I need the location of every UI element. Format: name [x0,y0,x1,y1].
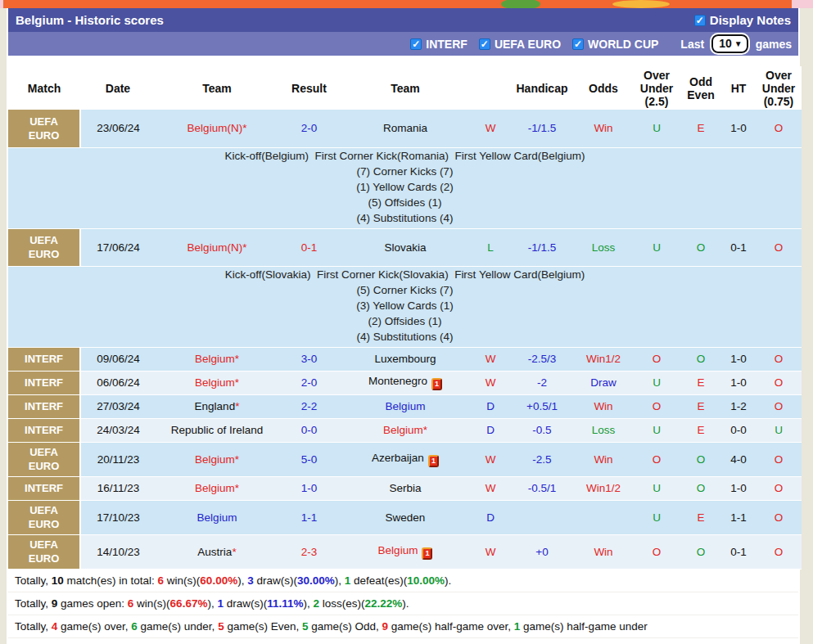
asterisk-marker: * [235,482,239,494]
outcome-letter-cell: D [471,500,510,534]
away-team-cell: Sweden [340,500,471,534]
odd-even-cell: E [680,418,721,442]
competition-badge-cell: UEFA EURO [8,500,80,534]
home-team-cell: Austria* [156,534,278,569]
result-cell: 0-1 [278,228,340,266]
match-row[interactable]: INTERF09/06/24Belgium*3-0LuxembourgW-2.5… [8,347,802,371]
background-glow-decoration [612,0,670,8]
asterisk-marker: * [232,546,236,558]
asterisk-marker: * [235,376,239,389]
over-under-075-cell: U [756,418,802,442]
match-row[interactable]: INTERF06/06/24Belgium*2-0Montenegro1W-2D… [8,371,802,394]
match-notes-row: Kick-off(Slovakia) First Corner Kick(Slo… [8,266,802,347]
summary-segment: 22.22% [365,597,403,610]
handicap-cell: +0 [510,534,574,569]
handicap-cell: +0.5/1 [510,394,574,418]
note-line: (5) Corner Kicks (7) [8,282,802,298]
note-line: (7) Corner Kicks (7) [8,164,802,179]
over-under-25-cell: U [633,476,680,500]
home-team-name: Belgium [197,511,237,524]
over-under-25-cell: U [633,371,680,394]
summary-segment: 3 [247,574,254,587]
away-team-cell: Romania [340,110,471,147]
over-under-075-cell: O [756,476,802,500]
match-row[interactable]: UEFA EURO23/06/24Belgium(N)*2-0RomaniaW-… [8,110,802,147]
competition-filters: ✓INTERF✓UEFA EURO✓WORLD CUP [410,38,658,51]
note-line: (3) Yellow Cards (1) [8,298,802,313]
match-notes-cell: Kick-off(Slovakia) First Corner Kick(Slo… [8,266,802,347]
match-row[interactable]: UEFA EURO17/10/23Belgium1-1SwedenDUE1-1O [8,500,802,534]
result-cell: 2-2 [278,394,340,418]
over-under-075-cell: O [756,228,802,266]
summary-segment: games open: [57,597,128,610]
competition-badge: INTERF [18,352,70,366]
odds-cell: Loss [574,418,633,442]
half-time-cell: 1-2 [721,394,756,418]
over-under-075-cell: O [756,500,802,534]
match-row[interactable]: INTERF16/11/23Belgium*1-0SerbiaW-0.5/1Wi… [8,476,802,500]
away-team-cell: Slovakia [340,228,471,266]
interf-checkbox[interactable]: ✓ [410,38,422,50]
col-header-letter [471,66,510,110]
totals-summary: Totally, 10 match(es) in total: 6 win(s)… [8,570,798,638]
display-notes-checkbox[interactable]: ✓ [694,15,706,26]
col-header-match: Match [8,66,80,110]
half-time-cell: 0-1 [721,534,756,569]
uefa-euro-checkbox[interactable]: ✓ [479,38,490,50]
away-team-name: Romania [383,122,427,134]
panel-title-bar: Belgium - Historic scores ✓ Display Note… [8,8,798,32]
date-cell: 14/10/23 [80,534,156,569]
asterisk-marker: * [242,241,246,254]
summary-segment: draw(s)( [224,597,267,610]
asterisk-marker: * [423,424,427,436]
odds-cell: Loss [574,228,633,266]
over-under-25-cell: O [633,394,680,418]
summary-segment: match(es) in total: [64,574,158,587]
page-background-strip [0,0,813,8]
over-under-075-cell: O [756,371,802,394]
competition-badge: INTERF [18,423,70,437]
world-cup-checkbox[interactable]: ✓ [572,38,584,50]
asterisk-marker: * [242,122,246,134]
note-line: (1) Yellow Cards (2) [8,179,802,195]
half-time-cell: 1-0 [721,476,756,500]
date-cell: 24/03/24 [80,418,156,442]
filter-label: INTERF [426,38,467,51]
competition-badge-cell: INTERF [8,394,80,418]
match-row[interactable]: UEFA EURO17/06/24Belgium(N)*0-1SlovakiaL… [8,228,802,266]
over-under-25-cell: U [633,500,680,534]
note-line: (2) Offsides (1) [8,313,802,329]
match-row[interactable]: UEFA EURO20/11/23Belgium*5-0Azerbaijan1W… [8,442,802,476]
games-count-select[interactable]: 10 ▼ [711,34,748,53]
handicap-cell: -2.5/3 [510,347,574,371]
away-team-cell: Belgium [340,394,471,418]
match-row[interactable]: INTERF27/03/24England*2-2BelgiumD+0.5/1W… [8,394,802,418]
over-under-075-cell: O [756,110,802,147]
half-time-cell: 4-0 [721,442,756,476]
result-cell: 1-1 [278,500,340,534]
summary-segment: 2 [313,597,319,610]
asterisk-marker: * [235,400,239,412]
col-header-odd-even: Odd Even [680,66,721,110]
asterisk-marker: * [235,353,239,365]
odds-cell: Win [574,110,633,147]
match-row[interactable]: INTERF24/03/24Republic of Ireland0-0Belg… [8,418,802,442]
date-cell: 06/06/24 [80,371,156,394]
half-time-cell: 1-0 [721,347,756,371]
home-team-cell: Belgium [156,500,278,534]
filter-label: WORLD CUP [588,38,658,51]
odds-cell: Draw [574,371,633,394]
summary-segment: loss(es)( [319,597,365,610]
handicap-cell: -0.5 [510,418,574,442]
match-row[interactable]: UEFA EURO14/10/23Austria*2-3Belgium1W+0W… [8,534,802,569]
summary-segment: 30.00% [297,574,335,587]
home-team-name: Belgium(N) [187,241,243,254]
handicap-cell: -2 [510,371,574,394]
summary-segment: 10 [52,574,64,587]
odd-even-cell: O [680,442,721,476]
col-header-over-under-075: Over Under (0.75) [756,66,802,110]
odd-even-cell: E [680,110,721,147]
competition-badge-cell: UEFA EURO [8,534,80,569]
result-cell: 1-0 [278,476,340,500]
col-header-odds: Odds [574,66,633,110]
